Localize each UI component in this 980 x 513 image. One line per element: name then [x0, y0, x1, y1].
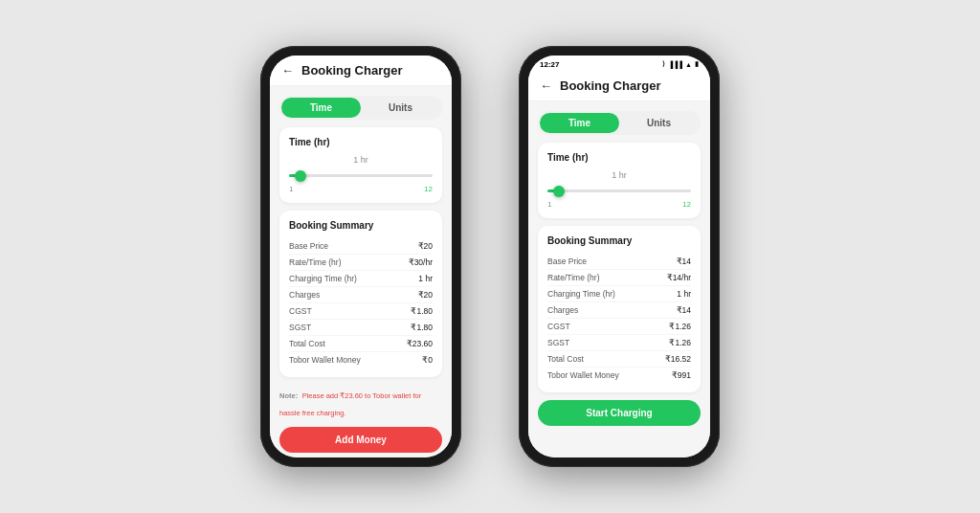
phone-left: ← Booking Charger Time Units Time (hr) 1…	[260, 46, 461, 467]
right-summary-row: CGST₹1.26	[547, 319, 691, 335]
right-status-time: 12:27	[540, 60, 559, 69]
left-slider-max: 12	[424, 185, 433, 193]
left-row-label-4: CGST	[289, 306, 312, 316]
left-note-text: Please add ₹23.60 to Tobor wallet for ha…	[279, 391, 421, 417]
left-tab-units[interactable]: Units	[361, 98, 440, 118]
left-back-arrow[interactable]: ←	[281, 63, 294, 78]
right-tab-time[interactable]: Time	[540, 113, 619, 133]
left-row-label-7: Tobor Wallet Money	[289, 355, 361, 365]
left-row-label-0: Base Price	[289, 241, 328, 251]
left-summary-row: Charging Time (hr)1 hr	[289, 271, 433, 287]
left-row-label-5: SGST	[289, 323, 311, 332]
left-row-value-3: ₹20	[418, 290, 433, 300]
left-tab-time[interactable]: Time	[281, 98, 361, 118]
left-row-value-1: ₹30/hr	[409, 257, 433, 267]
left-slider-thumb[interactable]	[295, 170, 306, 182]
left-row-value-6: ₹23.60	[407, 339, 433, 348]
right-status-icons: ⟩ ▐▐▐ ▲ ▮	[662, 60, 699, 68]
left-slider-label: 1 hr	[289, 155, 433, 165]
left-row-label-6: Total Cost	[289, 339, 325, 348]
right-row-value-2: 1 hr	[677, 289, 691, 299]
left-row-value-0: ₹20	[418, 241, 433, 251]
left-header-title: Booking Charger	[301, 63, 402, 78]
left-note: Note: Please add ₹23.60 to Tobor wallet …	[279, 385, 442, 419]
right-row-value-5: ₹1.26	[669, 338, 691, 347]
right-back-arrow[interactable]: ←	[540, 78, 552, 93]
left-header: ← Booking Charger	[270, 56, 452, 86]
left-row-value-4: ₹1.80	[411, 306, 433, 316]
left-time-card-title: Time (hr)	[289, 137, 433, 147]
right-row-label-7: Tobor Wallet Money	[547, 370, 619, 380]
right-start-charging-button[interactable]: Start Charging	[538, 400, 701, 426]
right-slider-label: 1 hr	[547, 170, 691, 180]
right-summary-title: Booking Summary	[547, 235, 691, 246]
right-status-bar: 12:27 ⟩ ▐▐▐ ▲ ▮	[528, 56, 710, 71]
right-row-label-4: CGST	[547, 322, 570, 331]
left-slider-wrapper[interactable]	[289, 170, 433, 181]
left-row-label-3: Charges	[289, 290, 320, 300]
left-row-label-1: Rate/Time (hr)	[289, 257, 341, 267]
right-booking-summary: Booking Summary Base Price₹14Rate/Time (…	[538, 226, 701, 392]
right-row-label-2: Charging Time (hr)	[547, 289, 615, 299]
phone-right-screen: 12:27 ⟩ ▐▐▐ ▲ ▮ ← Booking Charger Time U…	[528, 56, 710, 457]
left-summary-row: Charges₹20	[289, 287, 433, 303]
right-row-value-6: ₹16.52	[665, 354, 691, 364]
left-summary-row: Total Cost₹23.60	[289, 336, 433, 352]
right-header: ← Booking Charger	[528, 71, 710, 101]
right-header-title: Booking Charger	[560, 78, 660, 93]
battery-icon: ▮	[695, 60, 699, 68]
right-summary-row: Base Price₹14	[547, 254, 691, 270]
left-booking-summary: Booking Summary Base Price₹20Rate/Time (…	[279, 211, 442, 377]
right-row-value-0: ₹14	[677, 256, 691, 266]
phone-left-screen: ← Booking Charger Time Units Time (hr) 1…	[270, 56, 452, 457]
right-slider-thumb[interactable]	[553, 186, 565, 197]
right-summary-row: Tobor Wallet Money₹991	[547, 368, 691, 383]
right-row-label-1: Rate/Time (hr)	[547, 273, 599, 282]
right-slider-wrapper[interactable]	[547, 186, 691, 196]
wifi-icon: ▲	[685, 61, 692, 68]
left-row-value-2: 1 hr	[418, 274, 433, 283]
right-summary-row: Rate/Time (hr)₹14/hr	[547, 270, 691, 286]
left-summary-row: Tobor Wallet Money₹0	[289, 352, 433, 368]
right-row-label-6: Total Cost	[547, 354, 584, 364]
right-row-value-7: ₹991	[672, 370, 691, 380]
right-summary-row: Total Cost₹16.52	[547, 351, 691, 368]
right-row-value-4: ₹1.26	[669, 322, 691, 331]
right-slider-track	[547, 190, 691, 192]
left-time-card: Time (hr) 1 hr 1 12	[279, 127, 442, 203]
right-slider-max: 12	[682, 200, 691, 209]
right-screen-content: Time Units Time (hr) 1 hr 1 1	[528, 101, 710, 457]
left-summary-row: Rate/Time (hr)₹30/hr	[289, 255, 433, 271]
right-time-card: Time (hr) 1 hr 1 12	[538, 143, 701, 218]
right-slider-minmax: 1 12	[547, 200, 691, 209]
right-slider-min: 1	[547, 200, 551, 209]
left-row-value-7: ₹0	[422, 355, 433, 365]
left-summary-row: SGST₹1.80	[289, 320, 433, 336]
location-icon: ⟩	[662, 60, 665, 68]
right-summary-rows: Base Price₹14Rate/Time (hr)₹14/hrChargin…	[547, 254, 691, 383]
left-row-label-2: Charging Time (hr)	[289, 274, 357, 283]
left-row-value-5: ₹1.80	[411, 323, 433, 332]
left-slider-min: 1	[289, 185, 293, 193]
right-summary-row: SGST₹1.26	[547, 335, 691, 351]
right-tab-units[interactable]: Units	[619, 113, 699, 133]
left-summary-row: CGST₹1.80	[289, 303, 433, 320]
right-time-card-title: Time (hr)	[547, 152, 691, 163]
right-summary-row: Charging Time (hr)1 hr	[547, 286, 691, 302]
left-slider-track	[289, 174, 433, 177]
right-summary-row: Charges₹14	[547, 302, 691, 319]
left-tab-toggle: Time Units	[279, 96, 442, 120]
left-add-money-button[interactable]: Add Money	[279, 427, 442, 453]
left-summary-row: Base Price₹20	[289, 238, 433, 255]
right-row-value-1: ₹14/hr	[667, 273, 691, 282]
left-summary-title: Booking Summary	[289, 220, 433, 231]
right-row-label-5: SGST	[547, 338, 569, 347]
left-screen-content: Time Units Time (hr) 1 hr 1 1	[270, 86, 452, 457]
right-row-label-0: Base Price	[547, 256, 587, 266]
left-slider-minmax: 1 12	[289, 185, 433, 193]
page-wrapper: ← Booking Charger Time Units Time (hr) 1…	[0, 0, 980, 513]
phone-right: 12:27 ⟩ ▐▐▐ ▲ ▮ ← Booking Charger Time U…	[519, 46, 720, 467]
right-row-label-3: Charges	[547, 305, 578, 315]
left-note-label: Note:	[279, 391, 298, 400]
right-tab-toggle: Time Units	[538, 111, 701, 135]
